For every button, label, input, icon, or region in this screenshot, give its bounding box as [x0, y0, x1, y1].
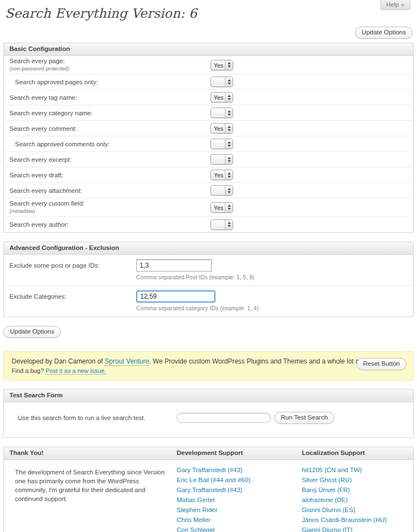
setting-row: Exclude Categories: Comma separated cate…: [4, 286, 413, 316]
select-stepper-icon: [225, 203, 233, 212]
contributor-link[interactable]: Eric Le Bail (#44 and #60): [177, 477, 302, 483]
setting-row: Search every author:: [4, 217, 413, 232]
developer-notice: Developed by Dan Cameron of Sprout Ventu…: [3, 351, 414, 381]
yes-no-select[interactable]: Yes: [210, 202, 233, 213]
translator-link[interactable]: alohastone (DE): [302, 497, 413, 503]
translator-link[interactable]: Gianni Diurno (ES): [302, 507, 413, 513]
translator-link[interactable]: János Csárdi-Braunstein (HU): [302, 516, 413, 523]
notice-line1: Developed by Dan Cameron of Sprout Ventu…: [12, 357, 405, 365]
select-value: Yes: [211, 60, 225, 70]
test-form-description: Use this search form to run a live searc…: [9, 415, 177, 421]
select-stepper-icon: [225, 108, 233, 117]
setting-label: Search approved comments only:: [15, 141, 110, 147]
setting-label: Search approved pages only:: [15, 79, 98, 85]
chevron-down-icon: ▼: [400, 3, 405, 8]
notice-text: Find a bug?: [12, 367, 45, 374]
contributor-link[interactable]: Matias Gertel: [177, 497, 302, 503]
exclude-categories-input[interactable]: [136, 290, 215, 303]
select-value: [211, 155, 225, 164]
setting-sublabel: (metadata): [9, 208, 210, 214]
translator-link[interactable]: Barış Ünver (FR): [302, 487, 413, 493]
select-value: Yes: [211, 170, 225, 180]
select-stepper-icon: [225, 155, 233, 164]
test-search-input[interactable]: [177, 413, 271, 423]
notice-text: Developed by Dan Cameron of: [12, 357, 105, 365]
contributor-link[interactable]: Gary Traffanstedt (#43): [177, 487, 302, 493]
select-value: [211, 186, 225, 195]
setting-sublabel: (non-password protected): [9, 65, 210, 72]
yes-no-select[interactable]: [210, 76, 233, 87]
setting-row: Search every draft: Yes: [4, 167, 413, 183]
setting-row: Search every page:(non-password protecte…: [4, 56, 413, 74]
select-value: [211, 77, 225, 86]
development-support-list: Gary Traffanstedt (#43) Eric Le Bail (#4…: [177, 467, 302, 532]
contributor-link[interactable]: Gary Traffanstedt (#43): [177, 467, 302, 473]
setting-label: Search every comment:: [9, 125, 76, 132]
yes-no-select[interactable]: Yes: [210, 123, 233, 134]
page-title: Search Everything Version: 6: [5, 6, 417, 21]
exclude-post-ids-input[interactable]: [136, 259, 212, 272]
helper-text: Comma separated category IDs (example: 1…: [136, 305, 259, 311]
notice-text: . We Provide custom WordPress Plugins an…: [149, 357, 373, 365]
yes-no-select[interactable]: [210, 108, 233, 118]
select-stepper-icon: [225, 220, 233, 229]
update-options-button-bottom[interactable]: Update Options: [3, 326, 61, 338]
setting-row: Search every comment: Yes: [4, 121, 413, 136]
setting-row: Search every tag name: Yes: [4, 90, 413, 105]
select-value: [211, 139, 225, 149]
setting-label: Search every draft:: [9, 172, 63, 178]
setting-row: Search approved comments only:: [4, 136, 413, 152]
yes-no-select[interactable]: [210, 154, 233, 165]
thank-you-paragraph: The development of Search Everything sin…: [4, 467, 177, 532]
test-search-form-section: Test Search Form Use this search form to…: [3, 389, 414, 438]
development-support-title: Development Support: [177, 447, 302, 459]
advanced-configuration-section: Advanced Configuration - Exclusion Exclu…: [3, 242, 414, 317]
section-title: Basic Configuration: [4, 43, 413, 56]
setting-label: Search every author:: [9, 221, 69, 228]
select-stepper-icon: [225, 139, 233, 149]
localization-support-list: hit1205 (CN and TW) Silver Ghost (RU) Ba…: [302, 467, 413, 532]
help-button[interactable]: Help▼: [380, 0, 410, 10]
setting-label: Search every page:: [9, 58, 65, 64]
setting-row: Search every custom field:(metadata) Yes: [4, 198, 413, 217]
contributor-link[interactable]: Chris Meller: [177, 516, 302, 523]
setting-label: Exclude Categories:: [9, 290, 136, 311]
yes-no-select[interactable]: [210, 219, 233, 230]
localization-support-title: Localization Support: [302, 447, 413, 459]
setting-row: Exclude some post or page IDs: Comma sep…: [4, 255, 413, 286]
run-test-search-button[interactable]: Run Test Search: [274, 412, 334, 424]
section-title: Test Search Form: [4, 390, 413, 402]
sprout-venture-link[interactable]: Sprout Venture: [105, 357, 149, 366]
contributor-link[interactable]: Stephen Rider: [177, 507, 302, 513]
yes-no-select[interactable]: Yes: [210, 92, 233, 103]
help-label: Help: [386, 1, 399, 8]
update-options-button-top[interactable]: Update Options: [355, 27, 413, 39]
setting-label: Search every attachment:: [9, 187, 82, 194]
contributor-link[interactable]: Cori Schlegel: [177, 526, 302, 532]
select-value: Yes: [211, 203, 225, 212]
select-stepper-icon: [225, 93, 233, 102]
setting-label: Search every custom field:: [9, 200, 85, 207]
notice-line2: Find a bug? Post it as a new issue.: [12, 367, 405, 374]
post-new-issue-link[interactable]: Post it as a new issue.: [45, 367, 106, 375]
yes-no-select[interactable]: Yes: [210, 170, 233, 180]
yes-no-select[interactable]: [210, 139, 233, 149]
basic-configuration-section: Basic Configuration Search every page:(n…: [3, 43, 414, 233]
section-title: Advanced Configuration - Exclusion: [4, 242, 413, 255]
translator-link[interactable]: Gianni Diurno (IT): [302, 526, 413, 532]
select-stepper-icon: [225, 77, 233, 86]
setting-label: Exclude some post or page IDs:: [9, 259, 136, 280]
reset-button[interactable]: Reset Button: [357, 358, 406, 370]
yes-no-select[interactable]: [210, 185, 233, 196]
setting-row: Search every category name:: [4, 105, 413, 121]
setting-row: Search approved pages only:: [4, 74, 413, 90]
select-value: Yes: [211, 93, 225, 102]
translator-link[interactable]: Silver Ghost (RU): [302, 477, 413, 483]
select-stepper-icon: [225, 60, 233, 70]
setting-label: Search every excerpt:: [9, 156, 71, 163]
yes-no-select[interactable]: Yes: [210, 60, 233, 70]
select-stepper-icon: [225, 170, 233, 180]
setting-label: Search every tag name:: [9, 94, 77, 101]
select-stepper-icon: [225, 124, 233, 133]
translator-link[interactable]: hit1205 (CN and TW): [302, 467, 413, 473]
